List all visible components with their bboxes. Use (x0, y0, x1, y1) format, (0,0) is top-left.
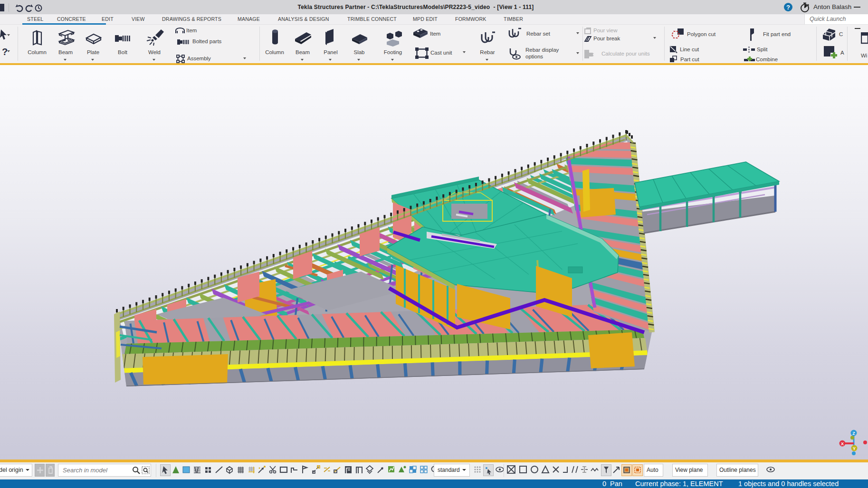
svg-text:?: ? (786, 4, 790, 11)
svg-text:Z: Z (852, 431, 855, 436)
svg-text:X: X (841, 441, 844, 446)
svg-text:Y: Y (853, 446, 856, 451)
